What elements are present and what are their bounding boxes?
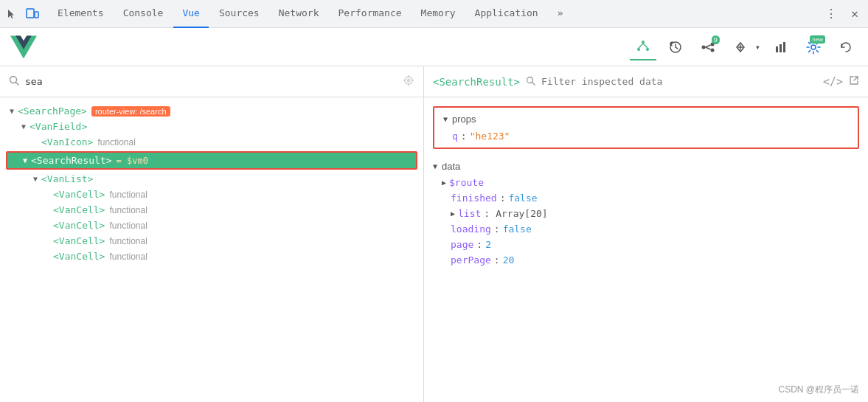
component-name: <SearchPage> bbox=[18, 105, 87, 117]
code-icon[interactable]: </> bbox=[823, 75, 843, 89]
more-options-button[interactable]: ⋮ bbox=[821, 4, 841, 24]
svg-point-10 bbox=[710, 48, 714, 52]
tab-memory[interactable]: Memory bbox=[412, 0, 465, 28]
arrow-icon: ▼ bbox=[18, 122, 29, 131]
svg-point-4 bbox=[646, 48, 649, 51]
search-bar bbox=[0, 66, 423, 97]
functional-tag: functional bbox=[109, 221, 147, 231]
data-key: list bbox=[458, 208, 481, 219]
data-key: finished bbox=[451, 193, 497, 204]
component-name: <SearchResult> bbox=[31, 155, 112, 166]
tab-network[interactable]: Network bbox=[270, 0, 328, 28]
data-key: loading bbox=[451, 223, 491, 235]
tab-application[interactable]: Application bbox=[466, 0, 547, 28]
data-section-header[interactable]: ▼ data bbox=[433, 158, 859, 175]
component-name: <VanCell> bbox=[53, 220, 105, 231]
svg-line-27 bbox=[854, 77, 858, 80]
data-row-page: page : 2 bbox=[433, 237, 859, 252]
tab-console[interactable]: Console bbox=[114, 0, 173, 28]
tree-item-vancell-5[interactable]: <VanCell> functional bbox=[0, 249, 423, 264]
tab-sources[interactable]: Sources bbox=[210, 0, 268, 28]
data-value: 2 bbox=[485, 239, 491, 250]
inspector: ▼ props q : "he123" ▼ data ▶ $rout bbox=[424, 97, 868, 402]
svg-rect-0 bbox=[27, 9, 34, 18]
filter-search-icon bbox=[526, 76, 535, 88]
data-key: page bbox=[451, 239, 473, 250]
history-button[interactable] bbox=[662, 34, 689, 60]
routing-chevron[interactable]: ▾ bbox=[754, 41, 762, 54]
right-header: <SearchResult> </> bbox=[424, 66, 868, 97]
data-value: false bbox=[508, 193, 537, 204]
tab-elements[interactable]: Elements bbox=[49, 0, 113, 28]
svg-point-19 bbox=[405, 77, 412, 84]
tab-bar: Elements Console Vue Sources Network Per… bbox=[0, 0, 868, 28]
data-row-list[interactable]: ▶ list : Array[20] bbox=[433, 206, 859, 221]
data-section: ▼ data ▶ $route finished : false ▶ l bbox=[424, 155, 868, 271]
filter-input[interactable] bbox=[541, 76, 817, 87]
svg-line-12 bbox=[705, 47, 710, 49]
functional-tag: functional bbox=[109, 252, 147, 262]
settings-new-badge: new bbox=[810, 35, 825, 44]
settings-button[interactable]: new bbox=[800, 34, 827, 60]
arrow-icon: ▼ bbox=[29, 175, 41, 183]
component-name: <VanIcon> bbox=[41, 136, 93, 148]
right-panel: <SearchResult> </> bbox=[424, 66, 868, 402]
routing-group: ▾ bbox=[727, 34, 762, 60]
svg-rect-13 bbox=[776, 46, 778, 52]
vuex-badge: 9 bbox=[712, 35, 720, 45]
cursor-icon[interactable] bbox=[3, 5, 21, 23]
routing-button[interactable] bbox=[727, 34, 754, 60]
svg-rect-14 bbox=[780, 44, 782, 52]
functional-tag: functional bbox=[109, 190, 147, 200]
vue-toolbar: 9 ▾ new bbox=[0, 28, 868, 66]
tab-more[interactable]: » bbox=[549, 0, 572, 28]
props-section-header[interactable]: ▼ props bbox=[434, 111, 858, 128]
svg-line-6 bbox=[643, 44, 647, 48]
open-external-icon[interactable] bbox=[849, 75, 859, 89]
tab-performance[interactable]: Performance bbox=[330, 0, 411, 28]
functional-tag: functional bbox=[97, 137, 135, 148]
functional-tag: functional bbox=[109, 236, 147, 246]
svg-line-18 bbox=[16, 83, 19, 86]
data-key: $route bbox=[449, 177, 484, 188]
component-name: <VanList> bbox=[41, 173, 93, 184]
component-tree: ▼ <SearchPage> router-view: /search ▼ <V… bbox=[0, 97, 423, 402]
right-header-icons: </> bbox=[823, 75, 859, 89]
svg-point-3 bbox=[637, 48, 640, 51]
device-icon[interactable] bbox=[24, 5, 41, 23]
component-tree-button[interactable] bbox=[630, 34, 656, 60]
tree-item-vancell-3[interactable]: <VanCell> functional bbox=[0, 218, 423, 233]
svg-rect-15 bbox=[783, 42, 785, 52]
tree-item-vanlist[interactable]: ▼ <VanList> bbox=[0, 171, 423, 187]
data-row-finished: finished : false bbox=[433, 190, 859, 206]
data-key: perPage bbox=[451, 254, 491, 266]
svg-point-20 bbox=[408, 79, 410, 81]
expand-icon: ▶ bbox=[451, 209, 455, 218]
tree-item-vanicon[interactable]: <VanIcon> functional bbox=[0, 134, 423, 150]
tree-item-searchpage[interactable]: ▼ <SearchPage> router-view: /search bbox=[0, 103, 423, 119]
tree-item-vanfield[interactable]: ▼ <VanField> bbox=[0, 119, 423, 134]
expand-icon: ▶ bbox=[442, 179, 446, 187]
data-row-perpage: perPage : 20 bbox=[433, 252, 859, 268]
prop-row-q: q : "he123" bbox=[434, 128, 858, 145]
target-icon[interactable] bbox=[403, 74, 414, 89]
svg-line-5 bbox=[639, 44, 643, 48]
tag-badge: router-view: /search bbox=[91, 106, 170, 117]
close-devtools-button[interactable]: ✕ bbox=[844, 4, 865, 24]
tree-item-vancell-1[interactable]: <VanCell> functional bbox=[0, 187, 423, 202]
search-input[interactable] bbox=[25, 76, 397, 87]
vuex-button[interactable]: 9 bbox=[695, 34, 721, 60]
component-name: <VanCell> bbox=[53, 189, 105, 200]
svg-line-11 bbox=[705, 45, 710, 47]
tree-item-vancell-4[interactable]: <VanCell> functional bbox=[0, 233, 423, 249]
tree-item-searchresult[interactable]: ▼ <SearchResult> = $vm0 bbox=[7, 153, 416, 168]
data-row-route[interactable]: ▶ $route bbox=[433, 175, 859, 190]
functional-tag: functional bbox=[109, 205, 147, 215]
tab-vue[interactable]: Vue bbox=[173, 0, 208, 28]
svg-line-26 bbox=[532, 82, 535, 85]
tree-item-vancell-2[interactable]: <VanCell> functional bbox=[0, 202, 423, 218]
search-result-outline: ▼ <SearchResult> = $vm0 bbox=[6, 151, 417, 170]
performance-button[interactable] bbox=[768, 34, 794, 60]
refresh-button[interactable] bbox=[833, 34, 859, 60]
data-value: 20 bbox=[503, 254, 515, 266]
